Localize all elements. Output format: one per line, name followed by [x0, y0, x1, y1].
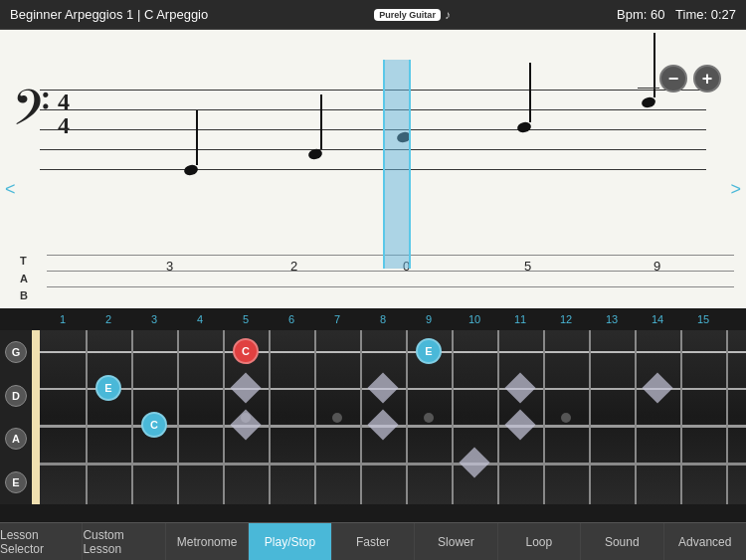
fret-line-15 [726, 330, 728, 504]
fret-line-13 [635, 330, 637, 504]
tab-num-3: 3 [166, 259, 173, 274]
fret-num-7: 7 [314, 313, 360, 325]
faster-button[interactable]: Faster [332, 523, 415, 560]
tab-num-2: 2 [290, 259, 297, 274]
fret-num-8: 8 [360, 313, 406, 325]
fretboard-container: 123456789101112131415 G D A E CEEC [0, 308, 746, 507]
sheet-area: 𝄢 4 4 − + [0, 30, 746, 308]
sound-button[interactable]: Sound [581, 523, 663, 560]
fboard-note-C-string0: C [233, 338, 259, 364]
fret-line-14 [680, 330, 682, 504]
string-labels: G D A E [0, 330, 32, 504]
fret-num-9: 9 [406, 313, 452, 325]
diamond-6 [504, 409, 535, 440]
fret-line-3 [177, 330, 179, 504]
fret-num-15: 15 [680, 313, 726, 325]
zoom-in-button[interactable]: + [693, 65, 721, 93]
fret-line-10 [497, 330, 499, 504]
string-E: E [5, 471, 27, 493]
nut [32, 330, 40, 504]
fret-num-13: 13 [589, 313, 635, 325]
fret-num-5: 5 [223, 313, 269, 325]
fret-line-8 [406, 330, 408, 504]
fret-line-11 [543, 330, 545, 504]
string-G: G [5, 341, 27, 363]
diamond-7 [459, 447, 489, 477]
advanced-button[interactable]: Advanced [664, 523, 746, 560]
fret-dot-9 [424, 413, 434, 423]
fret-line-5 [269, 330, 271, 504]
fret-num-14: 14 [635, 313, 680, 325]
loop-button[interactable]: Loop [498, 523, 581, 560]
string-D: D [5, 385, 27, 407]
nav-right-button[interactable]: > [730, 179, 741, 200]
diamond-1 [367, 372, 398, 403]
fboard-note-C-string2: C [141, 412, 167, 438]
fboard-note-E-string0: E [416, 338, 442, 364]
lesson-selector-button[interactable]: Lesson Selector [0, 523, 83, 560]
diamond-5 [367, 409, 398, 440]
fret-line-7 [360, 330, 362, 504]
fret-line-2 [131, 330, 133, 504]
diamond-2 [504, 372, 535, 403]
fret-line-4 [223, 330, 225, 504]
custom-lesson-button[interactable]: Custom Lesson [83, 523, 165, 560]
slower-button[interactable]: Slower [415, 523, 497, 560]
metronome-button[interactable]: Metronome [166, 523, 249, 560]
nav-left-button[interactable]: < [5, 179, 16, 200]
top-bar: Beginner Arpeggios 1 | C Arpeggio Purely… [0, 0, 746, 30]
fboard-note-E-string1: E [95, 375, 121, 401]
diamond-4 [230, 409, 261, 440]
fret-num-12: 12 [543, 313, 589, 325]
fret-line-9 [452, 330, 454, 504]
fret-num-10: 10 [452, 313, 497, 325]
fret-num-3: 3 [131, 313, 177, 325]
tab-num-9: 9 [653, 259, 660, 274]
fret-line-1 [86, 330, 88, 504]
diamond-3 [642, 372, 672, 403]
zoom-out-button[interactable]: − [659, 65, 687, 93]
logo-icon: ♪ [445, 8, 451, 22]
fret-line-12 [589, 330, 591, 504]
logo: Purely Guitar [374, 9, 441, 21]
fret-num-1: 1 [40, 313, 86, 325]
zoom-controls: − + [659, 65, 721, 93]
fret-numbers: 123456789101112131415 [0, 308, 746, 330]
toolbar: Lesson SelectorCustom LessonMetronomePla… [0, 522, 746, 560]
staff-lines [40, 90, 706, 189]
logo-area: Purely Guitar ♪ [374, 8, 451, 22]
fret-num-4: 4 [177, 313, 223, 325]
fret-num-11: 11 [497, 313, 543, 325]
fret-num-2: 2 [86, 313, 131, 325]
playhead [383, 60, 411, 269]
bpm-time: Bpm: 60 Time: 0:27 [617, 7, 736, 22]
play-stop-button[interactable]: Play/Stop [249, 523, 331, 560]
tab-num-5: 5 [524, 259, 531, 274]
fret-num-6: 6 [269, 313, 314, 325]
fret-dot-12 [561, 413, 571, 423]
string-A: A [5, 428, 27, 450]
page-title: Beginner Arpeggios 1 | C Arpeggio [10, 7, 208, 22]
fretboard: CEEC [32, 330, 746, 504]
fret-line-6 [314, 330, 316, 504]
fret-dot-7 [332, 413, 342, 423]
tab-area: TAB 3 2 0 5 9 [12, 249, 734, 300]
diamond-0 [230, 372, 261, 403]
